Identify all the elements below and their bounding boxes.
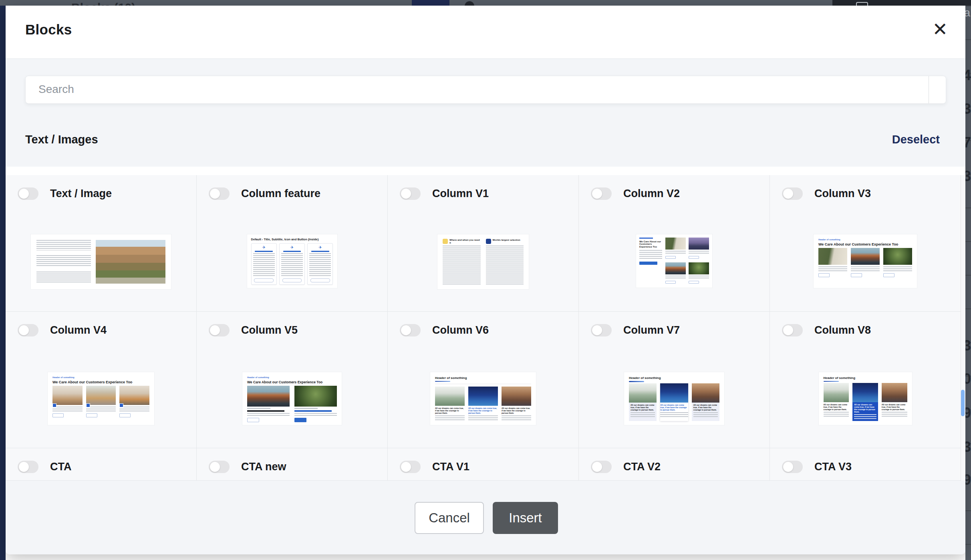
background-left-strip bbox=[0, 6, 6, 560]
modal-footer: Cancel Insert bbox=[6, 481, 965, 554]
toggle-text-image[interactable] bbox=[18, 187, 38, 200]
block-card-label: CTA V2 bbox=[623, 461, 661, 473]
thumb-photo bbox=[689, 262, 709, 274]
block-card-label: Column V6 bbox=[432, 324, 489, 336]
toggle-knob bbox=[592, 462, 602, 472]
toggle-cta-v1[interactable] bbox=[400, 461, 421, 473]
toggle-column-feature[interactable] bbox=[209, 187, 230, 200]
thumb-photo bbox=[883, 248, 912, 265]
search-box bbox=[25, 76, 946, 104]
block-card-label: Column V3 bbox=[814, 187, 871, 200]
thumb-column-v4: Header of something We Care About our Cu… bbox=[48, 372, 154, 425]
background-top-bar: Blocks (10) bbox=[0, 0, 971, 6]
toggle-knob bbox=[401, 189, 411, 199]
toggle-column-v6[interactable] bbox=[400, 324, 421, 336]
block-card-column-v5: Column V5 Header of something We Care Ab… bbox=[197, 312, 388, 448]
thumb-photo bbox=[818, 248, 847, 265]
thumb-photo bbox=[851, 248, 880, 265]
background-navy-button bbox=[412, 0, 449, 6]
toggle-knob bbox=[210, 189, 220, 199]
globe-icon bbox=[486, 239, 491, 244]
toggle-cta-v3[interactable] bbox=[782, 461, 803, 473]
toggle-knob bbox=[19, 325, 29, 335]
grid-row-1: Text / Image Column feature bbox=[6, 175, 965, 312]
thumb-photo bbox=[294, 386, 337, 407]
thumb-column-v3: Header of something We Care About our Cu… bbox=[814, 234, 917, 288]
thumb-photo bbox=[247, 386, 290, 407]
thumb-column-v2: We Care About our Customers Experience T… bbox=[636, 234, 712, 288]
modal-header: Blocks ✕ bbox=[6, 6, 965, 58]
toggle-knob bbox=[783, 325, 793, 335]
plane-icon: ✈ bbox=[262, 246, 265, 250]
block-card-cta-v1: CTA V1 bbox=[388, 448, 579, 481]
deselect-link[interactable]: Deselect bbox=[892, 133, 940, 146]
thumb-column-v7: Header of something All our dreams can c… bbox=[624, 372, 724, 425]
search-section bbox=[6, 58, 965, 121]
blocks-modal: Blocks ✕ Text / Images Deselect Text / I… bbox=[6, 6, 965, 554]
background-avatar-circle bbox=[465, 1, 474, 6]
thumb-photo bbox=[660, 383, 688, 403]
plane-icon: ✈ bbox=[318, 246, 322, 250]
block-card-cta: CTA bbox=[6, 448, 197, 481]
thumb-photo bbox=[86, 386, 116, 405]
plane-icon: ✈ bbox=[290, 246, 294, 250]
toggle-knob bbox=[592, 325, 602, 335]
blocks-grid: Text / Image Column feature bbox=[6, 175, 965, 481]
block-card-label: CTA V3 bbox=[814, 461, 852, 473]
toggle-cta-new[interactable] bbox=[209, 461, 230, 473]
thumb-photo bbox=[692, 383, 719, 403]
thumb-photo bbox=[119, 386, 149, 405]
block-card-column-v7: Column V7 Header of something All our dr… bbox=[579, 312, 770, 448]
thumb-photo bbox=[665, 238, 686, 250]
toggle-knob bbox=[210, 325, 220, 335]
toggle-column-v7[interactable] bbox=[591, 324, 612, 336]
section-header-row: Text / Images Deselect bbox=[6, 120, 965, 167]
background-dark-panel bbox=[832, 0, 971, 6]
block-card-label: Text / Image bbox=[50, 187, 112, 200]
scrollbar-thumb[interactable] bbox=[961, 390, 965, 416]
block-card-label: Column feature bbox=[241, 187, 320, 200]
thumb-photo bbox=[468, 387, 498, 406]
thumb-column-v8: Header of something All our dreams can c… bbox=[819, 372, 912, 425]
cancel-button[interactable]: Cancel bbox=[415, 502, 484, 534]
block-card-cta-v2: CTA V2 bbox=[579, 448, 770, 481]
thumb-photo bbox=[502, 387, 531, 406]
block-card-column-v6: Column V6 Header of something All our dr… bbox=[388, 312, 579, 448]
thumb-text-image bbox=[31, 234, 171, 289]
thumb-photo bbox=[435, 387, 465, 406]
background-partial-text: a bbox=[965, 7, 970, 18]
toggle-column-v5[interactable] bbox=[209, 324, 230, 336]
toggle-knob bbox=[401, 462, 411, 472]
thumb-column-feature: Default - Title, Subtitle, Icon and Butt… bbox=[247, 234, 337, 288]
toggle-column-v8[interactable] bbox=[782, 324, 803, 336]
block-card-label: Column V5 bbox=[241, 324, 298, 336]
block-card-column-v1: Column V1 Where and when you need it Wo bbox=[388, 175, 579, 312]
thumb-photo bbox=[882, 383, 907, 402]
block-card-column-v2: Column V2 We Care About our Customers Ex… bbox=[579, 175, 770, 312]
block-card-column-v4: Column V4 Header of something We Care Ab… bbox=[6, 312, 197, 448]
toggle-column-v2[interactable] bbox=[591, 187, 612, 200]
thumb-heading: Default - Title, Subtitle, Icon and Butt… bbox=[251, 238, 333, 241]
toggle-column-v4[interactable] bbox=[18, 324, 38, 336]
toggle-cta-v2[interactable] bbox=[591, 461, 612, 473]
block-card-cta-new: CTA new bbox=[197, 448, 388, 481]
insert-button[interactable]: Insert bbox=[493, 502, 558, 534]
background-monitor-icon bbox=[856, 2, 868, 6]
close-icon[interactable]: ✕ bbox=[932, 20, 948, 38]
toggle-cta[interactable] bbox=[18, 461, 38, 473]
grid-row-2: Column V4 Header of something We Care Ab… bbox=[6, 312, 965, 448]
thumb-photo bbox=[689, 238, 709, 250]
block-card-column-v3: Column V3 Header of something We Care Ab… bbox=[770, 175, 961, 312]
toggle-column-v1[interactable] bbox=[400, 187, 421, 200]
search-input[interactable] bbox=[26, 76, 940, 103]
toggle-knob bbox=[210, 462, 220, 472]
block-card-text-image: Text / Image bbox=[6, 175, 197, 312]
toggle-knob bbox=[401, 325, 411, 335]
thumb-photo bbox=[52, 386, 83, 405]
toggle-knob bbox=[783, 462, 793, 472]
background-right-ruler: a 4 3 7 3 3 0 9 3 9 bbox=[965, 6, 971, 560]
thumb-photo bbox=[824, 383, 849, 402]
grid-top-band bbox=[6, 167, 965, 175]
toggle-column-v3[interactable] bbox=[782, 187, 803, 200]
block-card-label: Column V8 bbox=[814, 324, 871, 336]
